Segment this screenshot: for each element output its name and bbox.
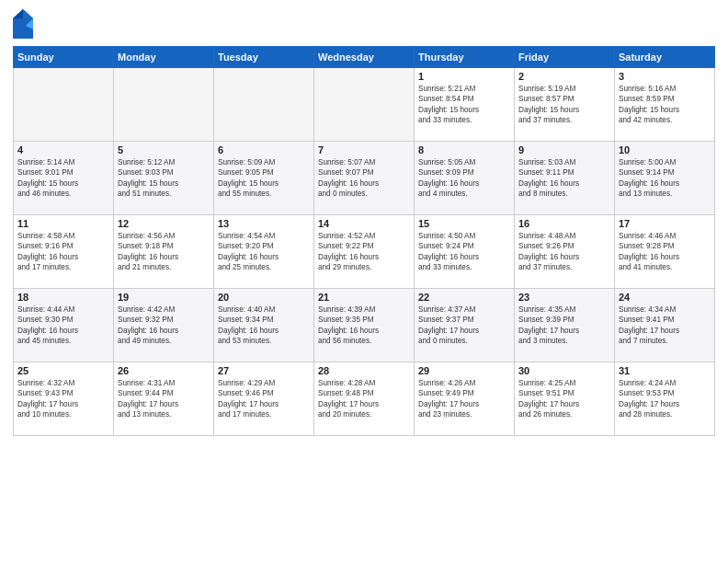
day-number: 16 [518,218,610,229]
day-info: Sunrise: 5:05 AMSunset: 9:09 PMDaylight:… [418,157,510,200]
calendar-header: SundayMondayTuesdayWednesdayThursdayFrid… [14,47,715,68]
calendar-cell: 5Sunrise: 5:12 AMSunset: 9:03 PMDaylight… [114,142,214,215]
calendar-cell: 7Sunrise: 5:07 AMSunset: 9:07 PMDaylight… [314,142,415,215]
weekday-header-tuesday: Tuesday [214,47,314,68]
day-info: Sunrise: 5:14 AMSunset: 9:01 PMDaylight:… [17,157,109,200]
day-info: Sunrise: 4:29 AMSunset: 9:46 PMDaylight:… [218,378,310,420]
day-info: Sunrise: 4:39 AMSunset: 9:35 PMDaylight:… [318,304,410,347]
day-info: Sunrise: 5:03 AMSunset: 9:11 PMDaylight:… [518,157,610,200]
day-number: 9 [518,144,610,155]
calendar-cell: 29Sunrise: 4:26 AMSunset: 9:49 PMDayligh… [415,362,515,436]
day-info: Sunrise: 5:09 AMSunset: 9:05 PMDaylight:… [218,157,310,200]
calendar-cell: 8Sunrise: 5:05 AMSunset: 9:09 PMDaylight… [415,142,515,215]
day-info: Sunrise: 5:21 AMSunset: 8:54 PMDaylight:… [418,84,510,126]
calendar-cell: 2Sunrise: 5:19 AMSunset: 8:57 PMDaylight… [515,68,615,142]
day-info: Sunrise: 4:46 AMSunset: 9:28 PMDaylight:… [619,231,711,273]
calendar-cell [14,68,114,142]
calendar-cell: 26Sunrise: 4:31 AMSunset: 9:44 PMDayligh… [114,362,214,436]
weekday-row: SundayMondayTuesdayWednesdayThursdayFrid… [14,47,715,68]
calendar-cell: 20Sunrise: 4:40 AMSunset: 9:34 PMDayligh… [214,289,314,362]
day-number: 24 [619,292,711,303]
day-info: Sunrise: 5:16 AMSunset: 8:59 PMDaylight:… [619,84,711,126]
day-number: 28 [318,365,410,376]
day-number: 31 [619,365,711,376]
calendar-cell: 18Sunrise: 4:44 AMSunset: 9:30 PMDayligh… [14,289,114,362]
day-info: Sunrise: 4:28 AMSunset: 9:48 PMDaylight:… [318,378,410,420]
day-number: 18 [17,292,109,303]
calendar-cell: 6Sunrise: 5:09 AMSunset: 9:05 PMDaylight… [214,142,314,215]
calendar-cell: 25Sunrise: 4:32 AMSunset: 9:43 PMDayligh… [14,362,114,436]
calendar-cell: 13Sunrise: 4:54 AMSunset: 9:20 PMDayligh… [214,215,314,289]
weekday-header-saturday: Saturday [615,47,715,68]
calendar-cell: 21Sunrise: 4:39 AMSunset: 9:35 PMDayligh… [314,289,415,362]
weekday-header-wednesday: Wednesday [314,47,415,68]
calendar-cell: 16Sunrise: 4:48 AMSunset: 9:26 PMDayligh… [515,215,615,289]
day-info: Sunrise: 4:56 AMSunset: 9:18 PMDaylight:… [118,231,210,273]
weekday-header-friday: Friday [515,47,615,68]
day-number: 2 [518,71,610,82]
day-number: 14 [318,218,410,229]
svg-marker-1 [23,9,33,18]
calendar-cell: 1Sunrise: 5:21 AMSunset: 8:54 PMDaylight… [415,68,515,142]
calendar-cell [214,68,314,142]
week-row-2: 4Sunrise: 5:14 AMSunset: 9:01 PMDaylight… [14,142,715,215]
day-number: 7 [318,144,410,155]
day-info: Sunrise: 4:50 AMSunset: 9:24 PMDaylight:… [418,231,510,273]
day-number: 22 [418,292,510,303]
calendar-cell: 30Sunrise: 4:25 AMSunset: 9:51 PMDayligh… [515,362,615,436]
day-info: Sunrise: 4:42 AMSunset: 9:32 PMDaylight:… [118,304,210,347]
day-info: Sunrise: 4:31 AMSunset: 9:44 PMDaylight:… [118,378,210,420]
day-number: 27 [218,365,310,376]
day-info: Sunrise: 4:35 AMSunset: 9:39 PMDaylight:… [518,304,610,347]
day-info: Sunrise: 5:19 AMSunset: 8:57 PMDaylight:… [518,84,610,126]
calendar: SundayMondayTuesdayWednesdayThursdayFrid… [13,46,715,436]
week-row-5: 25Sunrise: 4:32 AMSunset: 9:43 PMDayligh… [14,362,715,436]
calendar-cell: 24Sunrise: 4:34 AMSunset: 9:41 PMDayligh… [615,289,715,362]
calendar-cell: 4Sunrise: 5:14 AMSunset: 9:01 PMDaylight… [14,142,114,215]
calendar-cell: 14Sunrise: 4:52 AMSunset: 9:22 PMDayligh… [314,215,415,289]
day-number: 11 [17,218,109,229]
weekday-header-monday: Monday [114,47,214,68]
day-number: 4 [17,144,109,155]
day-number: 19 [118,292,210,303]
calendar-cell: 31Sunrise: 4:24 AMSunset: 9:53 PMDayligh… [615,362,715,436]
day-number: 17 [619,218,711,229]
calendar-cell: 27Sunrise: 4:29 AMSunset: 9:46 PMDayligh… [214,362,314,436]
day-number: 26 [118,365,210,376]
weekday-header-thursday: Thursday [415,47,515,68]
logo-icon [13,9,33,39]
day-info: Sunrise: 5:12 AMSunset: 9:03 PMDaylight:… [118,157,210,200]
svg-marker-2 [13,9,23,18]
calendar-cell: 12Sunrise: 4:56 AMSunset: 9:18 PMDayligh… [114,215,214,289]
week-row-4: 18Sunrise: 4:44 AMSunset: 9:30 PMDayligh… [14,289,715,362]
calendar-cell [314,68,415,142]
calendar-cell: 15Sunrise: 4:50 AMSunset: 9:24 PMDayligh… [415,215,515,289]
day-number: 29 [418,365,510,376]
logo [13,9,35,39]
day-number: 30 [518,365,610,376]
day-info: Sunrise: 4:54 AMSunset: 9:20 PMDaylight:… [218,231,310,273]
day-number: 13 [218,218,310,229]
calendar-cell: 17Sunrise: 4:46 AMSunset: 9:28 PMDayligh… [615,215,715,289]
calendar-cell [114,68,214,142]
calendar-cell: 28Sunrise: 4:28 AMSunset: 9:48 PMDayligh… [314,362,415,436]
day-info: Sunrise: 4:32 AMSunset: 9:43 PMDaylight:… [17,378,109,420]
day-info: Sunrise: 4:25 AMSunset: 9:51 PMDaylight:… [518,378,610,420]
calendar-cell: 23Sunrise: 4:35 AMSunset: 9:39 PMDayligh… [515,289,615,362]
day-info: Sunrise: 4:37 AMSunset: 9:37 PMDaylight:… [418,304,510,347]
page: SundayMondayTuesdayWednesdayThursdayFrid… [0,0,728,563]
calendar-cell: 11Sunrise: 4:58 AMSunset: 9:16 PMDayligh… [14,215,114,289]
day-info: Sunrise: 4:24 AMSunset: 9:53 PMDaylight:… [619,378,711,420]
day-info: Sunrise: 5:00 AMSunset: 9:14 PMDaylight:… [619,157,711,200]
day-number: 15 [418,218,510,229]
weekday-header-sunday: Sunday [14,47,114,68]
day-number: 5 [118,144,210,155]
header [13,9,715,39]
day-info: Sunrise: 4:58 AMSunset: 9:16 PMDaylight:… [17,231,109,273]
day-number: 20 [218,292,310,303]
day-number: 6 [218,144,310,155]
calendar-cell: 3Sunrise: 5:16 AMSunset: 8:59 PMDaylight… [615,68,715,142]
calendar-cell: 22Sunrise: 4:37 AMSunset: 9:37 PMDayligh… [415,289,515,362]
day-number: 10 [619,144,711,155]
day-info: Sunrise: 4:52 AMSunset: 9:22 PMDaylight:… [318,231,410,273]
